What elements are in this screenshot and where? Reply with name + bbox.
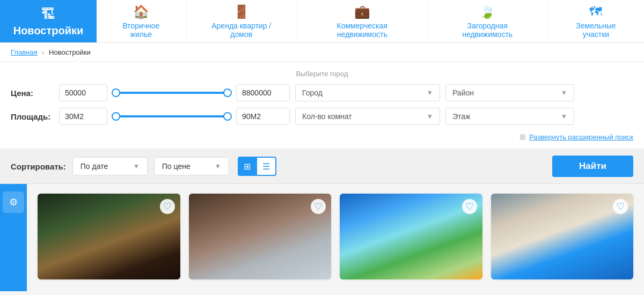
district-dropdown-label: Район: [452, 88, 474, 97]
map-icon: 🗺: [589, 4, 602, 19]
listing-card: ♡: [189, 194, 332, 279]
briefcase-icon: 💼: [354, 4, 370, 19]
list-view-button[interactable]: ☰: [257, 157, 276, 176]
floor-dropdown[interactable]: Этаж ▼: [445, 108, 574, 125]
main-layout: ⚙ ♡ ♡ ♡: [0, 184, 644, 291]
price-max-input[interactable]: [236, 84, 290, 101]
range-handle-left[interactable]: [112, 88, 120, 97]
filter-area: Выберите город Цена: Город ▼ Район ▼ Пло…: [0, 62, 644, 149]
sort-label: Сортировать:: [11, 162, 66, 171]
grid-view-button[interactable]: ⊞: [238, 157, 257, 176]
view-toggle: ⊞ ☰: [238, 157, 276, 176]
sort-price-chevron-icon: ▼: [215, 163, 221, 170]
sort-date-dropdown[interactable]: По дате ▼: [72, 157, 148, 175]
favorite-button-2[interactable]: ♡: [311, 199, 326, 214]
listings-area: ♡ ♡ ♡ ♡: [27, 184, 644, 291]
nav-item-country[interactable]: 🍃 Загородная недвижимость: [428, 0, 548, 43]
list-icon: ☰: [262, 161, 270, 172]
sort-price-label: По цене: [162, 162, 191, 171]
settings-button[interactable]: ⚙: [3, 191, 24, 213]
search-button[interactable]: Найти: [552, 156, 633, 177]
city-dropdown-label: Город: [302, 88, 323, 97]
advanced-search-link[interactable]: Развернуть расширенный поиск: [529, 133, 633, 141]
rooms-dropdown-label: Кол-во комнат: [302, 112, 352, 121]
listing-card: ♡: [38, 194, 180, 279]
area-max-input[interactable]: [236, 108, 290, 125]
left-panel: ⚙: [0, 184, 27, 291]
city-dropdown[interactable]: Город ▼: [295, 84, 440, 101]
area-label: Площадь:: [11, 112, 54, 121]
breadcrumb-separator: ›: [42, 48, 44, 56]
listing-image-4: [491, 194, 634, 279]
range-handle-right[interactable]: [223, 88, 232, 97]
gear-icon: ⚙: [9, 196, 18, 208]
nav-item-land[interactable]: 🗺 Земельные участки: [548, 0, 644, 43]
logo[interactable]: 🏗 Новостройки: [0, 0, 97, 42]
breadcrumb-home-link[interactable]: Главная: [11, 48, 37, 56]
area-handle-right[interactable]: [223, 112, 232, 121]
favorite-button-1[interactable]: ♡: [160, 199, 175, 214]
heart-icon: ♡: [314, 201, 323, 212]
floor-dropdown-label: Этаж: [452, 112, 470, 121]
leaf-icon: 🍃: [479, 4, 495, 19]
home-icon: 🏠: [133, 4, 149, 19]
area-handle-left[interactable]: [112, 112, 120, 121]
nav-item-rent[interactable]: 🚪 Аренда квартир / домов: [186, 0, 297, 43]
favorite-button-3[interactable]: ♡: [462, 199, 477, 214]
district-dropdown[interactable]: Район ▼: [445, 84, 574, 101]
sort-date-label: По дате: [80, 162, 108, 171]
breadcrumb-current: Новостройки: [49, 48, 91, 56]
city-chevron-icon: ▼: [427, 89, 433, 97]
listing-image-1: [38, 194, 180, 279]
listing-image-2: [189, 194, 332, 279]
heart-icon: ♡: [616, 201, 625, 212]
price-min-input[interactable]: [59, 84, 107, 101]
logo-icon: 🏗: [41, 6, 55, 23]
sort-bar: Сортировать: По дате ▼ По цене ▼ ⊞ ☰ Най…: [0, 149, 644, 184]
listings-grid: ♡ ♡ ♡ ♡: [38, 194, 633, 279]
heart-icon: ♡: [163, 201, 172, 212]
price-range-slider[interactable]: [113, 87, 231, 98]
nav-item-commercial[interactable]: 💼 Коммерческая недвижимость: [297, 0, 428, 43]
favorite-button-4[interactable]: ♡: [613, 199, 628, 214]
listing-card: ♡: [340, 194, 482, 279]
price-label: Цена:: [11, 88, 54, 98]
grid-dots-icon: ⊞: [519, 132, 526, 141]
listing-card: ♡: [491, 194, 634, 279]
city-select-label: Выберите город: [11, 70, 633, 78]
district-chevron-icon: ▼: [561, 89, 567, 97]
rooms-chevron-icon: ▼: [427, 113, 433, 120]
breadcrumb: Главная › Новостройки: [0, 43, 644, 62]
heart-icon: ♡: [465, 201, 474, 212]
door-icon: 🚪: [233, 4, 250, 19]
logo-label: Новостройки: [13, 25, 84, 37]
area-min-input[interactable]: [59, 108, 107, 125]
grid-icon: ⊞: [244, 161, 251, 172]
sort-date-chevron-icon: ▼: [133, 163, 140, 170]
rooms-dropdown[interactable]: Кол-во комнат ▼: [295, 108, 440, 125]
listing-image-3: [340, 194, 482, 279]
main-nav: 🏗 Новостройки 🏠 Вторичное жилье 🚪 Аренда…: [0, 0, 644, 43]
floor-chevron-icon: ▼: [561, 113, 567, 120]
area-range-slider[interactable]: [113, 111, 231, 122]
nav-item-secondary[interactable]: 🏠 Вторичное жилье: [97, 0, 186, 43]
sort-price-dropdown[interactable]: По цене ▼: [154, 157, 229, 175]
